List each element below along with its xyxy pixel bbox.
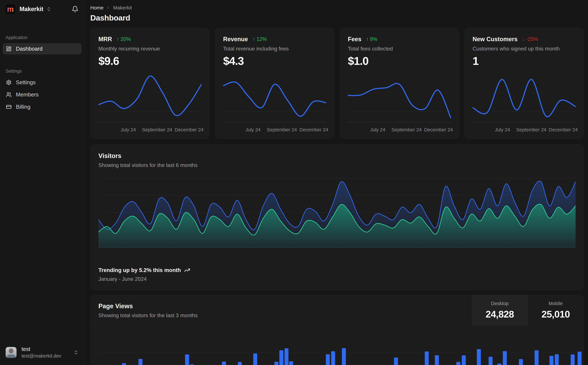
page-views-bar xyxy=(503,351,507,365)
breadcrumb: Home Makerkit xyxy=(90,5,584,11)
trending-up-icon xyxy=(184,267,190,273)
avatar xyxy=(6,347,17,358)
stat-card-revenue: Revenue ↑ 12% Total revenue including fe… xyxy=(215,28,334,139)
x-tick: September 24 xyxy=(392,127,422,133)
stat-value: $9.6 xyxy=(98,54,201,67)
chevrons-up-down-icon xyxy=(74,350,79,355)
sidebar-nav: Application Dashboard Settings Settings xyxy=(0,35,84,341)
trend-badge: ↑ 12% xyxy=(253,36,267,42)
team-switcher-button[interactable] xyxy=(46,7,51,12)
arrow-up-icon: ↑ xyxy=(366,36,369,42)
visitors-trend-text: Trending up by 5.2% this month xyxy=(98,267,181,273)
x-axis: July 24 September 24 December 24 xyxy=(473,126,576,133)
tab-mobile[interactable]: Mobile 25,010 xyxy=(528,295,583,325)
notifications-button[interactable] xyxy=(72,6,79,13)
x-tick: December 24 xyxy=(175,127,203,133)
page-views-bar xyxy=(456,362,460,365)
page-views-bar xyxy=(274,362,278,365)
chevron-right-icon xyxy=(106,6,111,10)
makerkit-logo-letter: m xyxy=(7,5,14,13)
page-views-bar xyxy=(222,362,226,365)
sidebar-header: m Makerkit xyxy=(0,4,84,14)
page-views-bar xyxy=(578,351,581,365)
user-name: test xyxy=(21,346,61,352)
page-views-card: Page Views Showing total visitors for th… xyxy=(90,295,584,365)
page-views-bar xyxy=(497,364,501,365)
sidebar: m Makerkit Application Dashboard Setting… xyxy=(0,0,84,365)
breadcrumb-current: Makerkit xyxy=(113,5,132,11)
page-views-header: Page Views Showing total visitors for th… xyxy=(90,295,583,326)
trend-badge: ↓ -25% xyxy=(522,36,538,42)
visitors-area-chart xyxy=(98,176,576,249)
nav-group-settings: Settings Settings Members Billing xyxy=(3,69,82,112)
stat-cards-row: MRR ↑ 20% Monthly recurring revenue $9.6… xyxy=(90,28,584,139)
page-views-bar xyxy=(331,351,335,365)
page-views-bar xyxy=(519,359,523,365)
makerkit-logo[interactable]: m xyxy=(6,4,15,14)
arrow-up-icon: ↑ xyxy=(117,36,119,42)
page-views-bar xyxy=(435,355,439,365)
page-views-title: Page Views xyxy=(98,303,464,310)
page-views-bar xyxy=(549,356,553,365)
stat-subtitle: Total fees collected xyxy=(348,46,451,52)
page-views-bar xyxy=(122,363,126,365)
trend-value: -25% xyxy=(526,36,538,42)
page-views-bar xyxy=(462,355,466,365)
team-name: Makerkit xyxy=(20,6,43,13)
page-views-bar xyxy=(425,351,429,365)
bell-icon xyxy=(72,6,79,13)
sidebar-item-billing[interactable]: Billing xyxy=(3,101,82,112)
stat-card-mrr: MRR ↑ 20% Monthly recurring revenue $9.6… xyxy=(90,28,210,139)
stat-subtitle: Monthly recurring revenue xyxy=(98,46,201,52)
page-views-subtitle: Showing total visitors for the last 3 mo… xyxy=(98,312,464,318)
stat-title: Revenue xyxy=(223,36,248,43)
page-views-bar xyxy=(394,358,398,365)
page-views-bar xyxy=(138,359,142,365)
stat-subtitle: Customers who signed up this month xyxy=(473,46,576,52)
sidebar-item-label: Billing xyxy=(16,104,30,110)
trend-value: 12% xyxy=(256,36,267,42)
tab-label: Mobile xyxy=(549,301,563,306)
x-axis: July 24 September 24 December 24 xyxy=(98,126,201,133)
visitors-subtitle: Showing total visitors for the last 6 mo… xyxy=(98,162,576,168)
page-views-bar xyxy=(185,354,189,365)
tab-label: Desktop xyxy=(491,301,508,306)
user-menu-button[interactable]: test test@makerkit.dev xyxy=(0,341,84,365)
x-axis: July 24 September 24 December 24 xyxy=(223,126,326,133)
users-icon xyxy=(6,92,12,98)
page-views-bar xyxy=(342,348,346,365)
page-views-bar xyxy=(238,362,242,365)
sidebar-item-label: Settings xyxy=(16,79,35,85)
stat-title: Fees xyxy=(348,36,361,43)
sidebar-item-dashboard[interactable]: Dashboard xyxy=(3,43,82,54)
x-tick: July 24 xyxy=(370,127,385,133)
sidebar-item-members[interactable]: Members xyxy=(3,89,82,100)
x-tick: September 24 xyxy=(267,127,297,133)
page-views-bar xyxy=(571,354,574,365)
section-label-settings: Settings xyxy=(3,69,82,74)
nav-group-application: Application Dashboard xyxy=(3,35,82,54)
page-views-bar xyxy=(253,353,257,365)
trend-badge: ↑ 20% xyxy=(117,36,131,42)
visitors-title: Visitors xyxy=(98,152,576,160)
visitors-card: Visitors Showing total visitors for the … xyxy=(90,144,584,290)
sidebar-item-settings[interactable]: Settings xyxy=(3,77,82,88)
tab-value: 24,828 xyxy=(486,309,514,320)
user-email: test@makerkit.dev xyxy=(21,353,61,359)
mrr-sparkline-chart xyxy=(98,71,201,124)
x-tick: December 24 xyxy=(424,127,453,133)
fees-sparkline-chart xyxy=(348,71,451,124)
tab-desktop[interactable]: Desktop 24,828 xyxy=(472,295,528,325)
page-title: Dashboard xyxy=(90,13,584,22)
arrow-down-icon: ↓ xyxy=(522,36,525,42)
section-label-application: Application xyxy=(3,35,82,40)
sidebar-item-label: Dashboard xyxy=(16,46,42,52)
page-views-bar xyxy=(279,350,283,365)
revenue-sparkline-chart xyxy=(223,71,326,124)
trend-value: 9% xyxy=(370,36,377,42)
stat-value: 1 xyxy=(473,54,576,67)
page-views-bar xyxy=(326,354,330,365)
stat-card-fees: Fees ↑ 9% Total fees collected $1.0 July… xyxy=(340,28,459,139)
x-tick: September 24 xyxy=(516,127,546,133)
breadcrumb-home-link[interactable]: Home xyxy=(90,5,104,11)
